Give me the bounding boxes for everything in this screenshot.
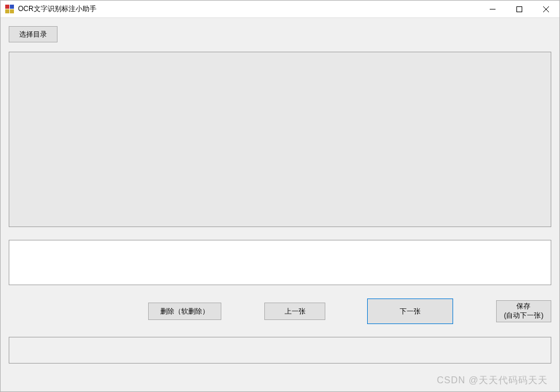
close-icon: [543, 6, 549, 12]
annotation-text-input[interactable]: [9, 240, 551, 285]
delete-button[interactable]: 删除（软删除）: [148, 303, 221, 320]
previous-button[interactable]: 上一张: [264, 303, 325, 320]
watermark-text: CSDN @天天代码码天天: [437, 375, 548, 387]
close-button[interactable]: [533, 1, 559, 17]
app-icon: [5, 5, 15, 14]
select-directory-button[interactable]: 选择目录: [9, 26, 58, 42]
minimize-icon: [490, 6, 496, 12]
action-button-row: 删除（软删除） 上一张 下一张 保存 (自动下一张): [9, 299, 551, 324]
maximize-icon: [516, 6, 522, 12]
svg-rect-1: [517, 6, 522, 12]
titlebar-left: OCR文字识别标注小助手: [5, 4, 96, 14]
next-button[interactable]: 下一张: [367, 299, 453, 324]
client-area: 选择目录 删除（软删除） 上一张 下一张 保存 (自动下一张) CSDN @天天…: [1, 18, 559, 391]
window-title: OCR文字识别标注小助手: [18, 4, 96, 14]
save-button[interactable]: 保存 (自动下一张): [496, 300, 551, 322]
window-controls: [479, 1, 559, 17]
titlebar: OCR文字识别标注小助手: [1, 1, 559, 18]
image-preview-panel: [9, 52, 551, 227]
maximize-button[interactable]: [506, 1, 533, 17]
status-panel: [9, 337, 551, 364]
minimize-button[interactable]: [479, 1, 506, 17]
app-window: OCR文字识别标注小助手 选择目录 删除（软删除） 上一张 下一张 保存 (自动…: [0, 0, 560, 392]
